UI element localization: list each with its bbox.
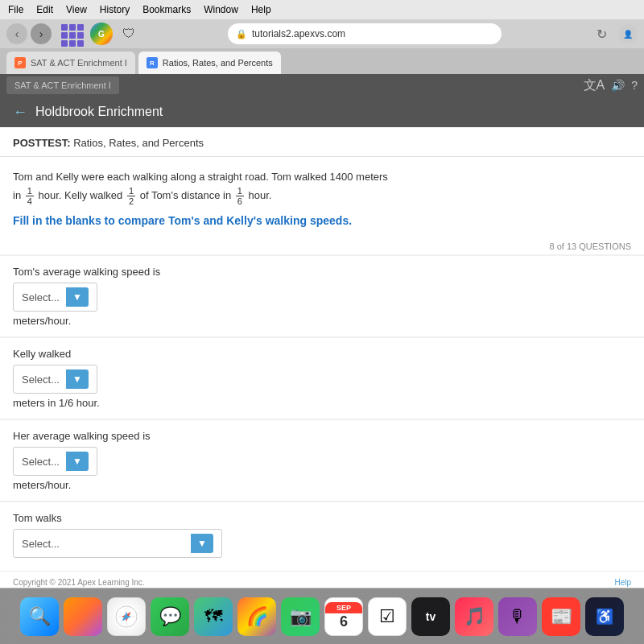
tab-favicon-ratios: R [147, 57, 158, 68]
app-grid-icon[interactable] [58, 21, 84, 47]
menu-item-edit[interactable]: Edit [36, 4, 53, 15]
question-text-part4: of Tom's distance in [140, 189, 232, 201]
dock-item-appletv[interactable]: tv [411, 597, 450, 636]
fraction-3: 1 6 [236, 186, 244, 206]
fraction-2: 1 2 [127, 186, 135, 206]
refresh-button[interactable]: ↻ [591, 23, 612, 44]
her-speed-select[interactable]: Select... ▼ [13, 447, 97, 476]
shield-icon: 🛡 [119, 24, 138, 43]
menu-bar: File Edit View History Bookmarks Window … [0, 0, 644, 19]
kelly-walked-section: Kelly walked Select... ▼ meters in 1/6 h… [0, 338, 644, 419]
tom-dropdown-arrow: ▼ [66, 287, 89, 307]
dock-item-news[interactable]: 📰 [542, 597, 580, 636]
tab-sat-act[interactable]: P SAT & ACT Enrichment I [6, 52, 135, 74]
tom-walks-label: Tom walks [13, 512, 631, 524]
posttest-header: POSTTEST: Ratios, Rates, and Percents [0, 127, 644, 157]
dock-item-messages[interactable]: 💬 [151, 597, 189, 636]
footer-copyright: Copyright © 2021 Apex Learning Inc. [13, 578, 145, 587]
dock: 🔍 💬 🗺 🌈 📷 SEP 6 ☑ tv 🎵 🎙 📰 ♿ [0, 588, 644, 644]
dock-item-accessibility[interactable]: ♿ [585, 597, 624, 636]
browser-toolbar: ‹ › G 🛡 🔒 tutorials2.apexvs.com ↻ 👤 [0, 19, 644, 48]
lock-icon: 🔒 [236, 29, 247, 39]
menu-item-help[interactable]: Help [251, 4, 271, 15]
her-speed-label: Her average walking speed is [13, 430, 631, 442]
kelly-walked-label: Kelly walked [13, 348, 631, 360]
kelly-distance-select[interactable]: Select... ▼ [13, 365, 97, 394]
tom-walks-section: Tom walks Select... ▼ [0, 502, 644, 571]
question-text-part1: Tom and Kelly were each walking along a … [13, 171, 388, 183]
secondary-bar: SAT & ACT Enrichment I 文A 🔊 ? [0, 74, 644, 97]
forward-button[interactable]: › [31, 23, 52, 44]
tom-walks-select-container: Select... ▼ [13, 529, 631, 558]
tom-walks-select[interactable]: Select... ▼ [13, 529, 222, 558]
dock-item-launchpad[interactable] [64, 597, 102, 636]
page-title: Holdbrook Enrichment [35, 105, 163, 119]
footer-help[interactable]: Help [614, 578, 631, 587]
site-tab-label: SAT & ACT Enrichment I [14, 80, 111, 90]
dock-item-music[interactable]: 🎵 [455, 597, 493, 636]
kelly-walked-unit: meters in 1/6 hour. [13, 397, 631, 409]
question-text: Tom and Kelly were each walking along a … [13, 168, 631, 206]
menu-item-window[interactable]: Window [204, 4, 238, 15]
tab-label-ratios: Ratios, Rates, and Percents [163, 58, 273, 68]
dock-item-finder[interactable]: 🔍 [20, 597, 59, 636]
back-arrow-button[interactable]: ← [13, 104, 27, 121]
tom-speed-section: Tom's average walking speed is Select...… [0, 256, 644, 336]
address-bar[interactable]: 🔒 tutorials2.apexvs.com [228, 23, 502, 44]
posttest-label: POSTTEST: Ratios, Rates, and Percents [13, 137, 204, 149]
back-button[interactable]: ‹ [6, 23, 27, 44]
fill-blanks-instruction: Fill in the blanks to compare Tom's and … [13, 214, 631, 227]
tom-select-container: Select... ▼ [13, 283, 631, 312]
kelly-dropdown-arrow: ▼ [66, 369, 89, 389]
google-icon[interactable]: G [90, 23, 113, 45]
dock-item-calendar[interactable]: SEP 6 [324, 597, 363, 636]
tom-speed-unit: meters/hour. [13, 315, 631, 327]
question-text-part3: hour. Kelly walked [39, 189, 123, 201]
tom-speed-label: Tom's average walking speed is [13, 266, 631, 278]
dock-item-reminders[interactable]: ☑ [368, 597, 407, 636]
tab-ratios[interactable]: R Ratios, Rates, and Percents [138, 52, 281, 74]
dock-item-facetime[interactable]: 📷 [281, 597, 320, 636]
tab-bar: P SAT & ACT Enrichment I R Ratios, Rates… [0, 48, 644, 74]
menu-item-bookmarks[interactable]: Bookmarks [142, 4, 191, 15]
kelly-select-container: Select... ▼ [13, 365, 631, 394]
dock-item-podcasts[interactable]: 🎙 [498, 597, 537, 636]
page-header: ← Holdbrook Enrichment [0, 97, 644, 127]
question-counter: 8 of 13 QUESTIONS [0, 238, 644, 254]
tab-favicon-sat: P [14, 57, 26, 68]
main-content: POSTTEST: Ratios, Rates, and Percents To… [0, 127, 644, 588]
fraction-1: 1 4 [26, 186, 34, 206]
question-text-part5: hour. [249, 189, 272, 201]
address-text: tutorials2.apexvs.com [252, 28, 345, 39]
question-area: Tom and Kelly were each walking along a … [0, 157, 644, 238]
menu-item-file[interactable]: File [8, 4, 23, 15]
profile-icon[interactable]: 👤 [618, 24, 638, 43]
question-text-part2: in [13, 189, 21, 201]
her-select-container: Select... ▼ [13, 447, 631, 476]
address-bar-wrapper: 🔒 tutorials2.apexvs.com [145, 23, 584, 44]
dock-item-maps[interactable]: 🗺 [194, 597, 233, 636]
tom-walks-dropdown-arrow: ▼ [191, 534, 213, 553]
translate-icon[interactable]: 文A [584, 77, 605, 94]
tab-label-sat: SAT & ACT Enrichment I [31, 58, 127, 68]
dock-item-photos[interactable]: 🌈 [237, 597, 276, 636]
site-tab[interactable]: SAT & ACT Enrichment I [6, 76, 119, 94]
menu-item-history[interactable]: History [100, 4, 130, 15]
her-speed-unit: meters/hour. [13, 479, 631, 491]
menu-item-view[interactable]: View [66, 4, 87, 15]
her-speed-section: Her average walking speed is Select... ▼… [0, 420, 644, 501]
tom-speed-select[interactable]: Select... ▼ [13, 283, 97, 312]
her-dropdown-arrow: ▼ [66, 452, 89, 471]
help-icon[interactable]: ? [631, 79, 638, 92]
dock-item-safari[interactable] [107, 597, 146, 636]
nav-buttons: ‹ › [6, 23, 52, 44]
speaker-icon[interactable]: 🔊 [611, 79, 625, 92]
